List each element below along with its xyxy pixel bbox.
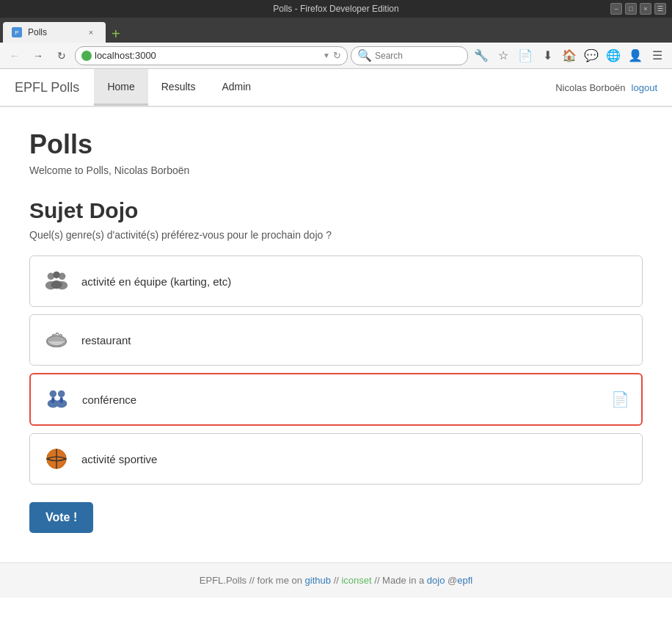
menu-button[interactable]: ☰ xyxy=(654,3,666,15)
restaurant-svg xyxy=(43,326,70,354)
poll-option-team[interactable]: activité en équipe (karting, etc) xyxy=(29,255,643,307)
footer-text3: @ xyxy=(445,575,457,586)
minimize-button[interactable]: – xyxy=(610,3,622,15)
poll-title: Sujet Dojo xyxy=(29,198,643,223)
conference-icon xyxy=(43,385,72,414)
footer-text2: // iconset // Made in a xyxy=(331,575,427,586)
navigation-bar: ← → ↻ localhost:3000 ▼ ↻ 🔍 🔧 ☆ 📄 ⬇ 🏠 💬 🌐… xyxy=(0,43,672,69)
username: Nicolas Borboën xyxy=(555,82,625,93)
team-icon xyxy=(42,266,71,296)
logout-link[interactable]: logout xyxy=(632,82,657,93)
sport-svg xyxy=(43,445,70,473)
app-nav: Home Results Admin xyxy=(94,69,264,106)
welcome-text: Welcome to Polls, Nicolas Borboën xyxy=(29,164,643,176)
toolbar-icons: 🔧 ☆ 📄 ⬇ 🏠 💬 🌐 👤 ☰ xyxy=(471,46,668,66)
team-svg xyxy=(43,267,70,295)
app-header: EPFL Polls Home Results Admin Nicolas Bo… xyxy=(0,69,672,107)
globe-icon[interactable]: 🌐 xyxy=(603,46,624,66)
nav-results[interactable]: Results xyxy=(148,69,209,106)
page-title: Polls xyxy=(29,129,643,160)
main-content: Polls Welcome to Polls, Nicolas Borboën … xyxy=(0,107,672,562)
title-bar: Polls - Firefox Developer Edition – □ × … xyxy=(0,0,672,18)
poll-option-sport[interactable]: activité sportive xyxy=(29,433,643,485)
tab-label: Polls xyxy=(28,27,47,37)
window-title: Polls - Firefox Developer Edition xyxy=(273,4,398,14)
download-icon[interactable]: ⬇ xyxy=(537,46,558,66)
footer: EPFL.Polls // fork me on github // icons… xyxy=(0,562,672,598)
forward-button[interactable]: → xyxy=(28,46,48,66)
url-dropdown-icon: ▼ xyxy=(323,51,330,59)
url-bar[interactable]: localhost:3000 ▼ ↻ xyxy=(75,46,348,65)
user-info: Nicolas Borboën logout xyxy=(555,82,657,93)
url-refresh-icon: ↻ xyxy=(333,50,341,61)
restaurant-icon xyxy=(42,325,71,355)
poll-option-conference[interactable]: conférence 📄 xyxy=(29,373,643,426)
poll-question: Quel(s) genre(s) d'activité(s) préférez-… xyxy=(29,229,643,241)
svg-point-4 xyxy=(53,272,60,279)
back-button[interactable]: ← xyxy=(4,46,25,66)
poll-options: activité en équipe (karting, etc) restau… xyxy=(29,255,643,485)
close-button[interactable]: × xyxy=(640,3,651,15)
browser-tab[interactable]: P Polls × xyxy=(3,22,106,43)
window-controls: – □ × ☰ xyxy=(610,3,666,15)
sport-icon xyxy=(42,444,71,474)
option-sport-label: activité sportive xyxy=(81,453,157,465)
footer-link-github[interactable]: github xyxy=(305,575,331,586)
nav-admin[interactable]: Admin xyxy=(208,69,264,106)
option-conference-label: conférence xyxy=(82,393,136,406)
bookmark-icon[interactable]: 📄 xyxy=(515,46,536,66)
app-logo: EPFL Polls xyxy=(15,80,79,95)
nav-home[interactable]: Home xyxy=(94,69,147,106)
search-icon: 🔍 xyxy=(357,48,372,62)
url-text: localhost:3000 xyxy=(95,50,320,61)
chat-icon[interactable]: 💬 xyxy=(581,46,602,66)
tab-favicon: P xyxy=(12,27,22,37)
svg-rect-13 xyxy=(60,397,63,403)
wrench-icon[interactable]: 🔧 xyxy=(471,46,492,66)
tab-close-button[interactable]: × xyxy=(85,26,97,38)
search-input[interactable] xyxy=(375,51,448,61)
menu-icon[interactable]: ☰ xyxy=(647,46,668,66)
refresh-button[interactable]: ↻ xyxy=(51,46,72,66)
search-bar[interactable]: 🔍 xyxy=(351,46,468,65)
star-icon[interactable]: ☆ xyxy=(493,46,514,66)
new-tab-button[interactable]: + xyxy=(106,26,126,43)
cursor-icon: 📄 xyxy=(611,391,629,408)
footer-text1: EPFL.Polls // fork me on xyxy=(200,575,305,586)
site-favicon xyxy=(81,51,92,61)
svg-point-5 xyxy=(51,280,62,289)
footer-link-dojo[interactable]: dojo xyxy=(427,575,445,586)
svg-point-10 xyxy=(58,391,65,398)
svg-rect-12 xyxy=(51,397,54,403)
vote-button[interactable]: Vote ! xyxy=(29,502,93,533)
poll-option-restaurant[interactable]: restaurant xyxy=(29,314,643,366)
svg-point-8 xyxy=(50,391,57,398)
home-icon[interactable]: 🏠 xyxy=(559,46,580,66)
tab-bar: P Polls × + xyxy=(0,18,672,43)
user-icon[interactable]: 👤 xyxy=(625,46,646,66)
restore-button[interactable]: □ xyxy=(625,3,637,15)
conference-svg xyxy=(43,385,71,413)
option-restaurant-label: restaurant xyxy=(81,334,131,347)
footer-link-epfl[interactable]: epfl xyxy=(457,575,472,586)
option-team-label: activité en équipe (karting, etc) xyxy=(81,275,231,288)
